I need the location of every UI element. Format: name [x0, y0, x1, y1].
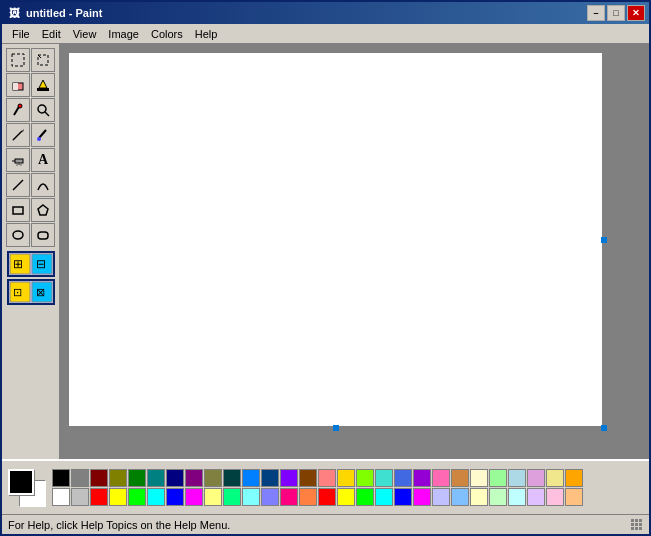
airbrush-icon	[11, 153, 25, 167]
palette-color-15[interactable]	[337, 469, 355, 487]
palette-color-12[interactable]	[280, 469, 298, 487]
palette-color-27[interactable]	[565, 469, 583, 487]
palette-color-11[interactable]	[261, 469, 279, 487]
palette-color-28[interactable]	[52, 488, 70, 506]
tool-rect[interactable]	[6, 198, 30, 222]
tool-special-2[interactable]: ⊡ ⊠	[7, 279, 55, 305]
tool-ellipse[interactable]	[6, 223, 30, 247]
palette-color-14[interactable]	[318, 469, 336, 487]
palette-color-30[interactable]	[90, 488, 108, 506]
tool-brush[interactable]	[31, 123, 55, 147]
palette-color-31[interactable]	[109, 488, 127, 506]
palette-color-42[interactable]	[318, 488, 336, 506]
palette-color-38[interactable]	[242, 488, 260, 506]
palette-color-8[interactable]	[204, 469, 222, 487]
drawing-canvas[interactable]	[68, 52, 603, 427]
tool-airbrush[interactable]	[6, 148, 30, 172]
menu-image[interactable]: Image	[102, 26, 145, 42]
palette-color-45[interactable]	[375, 488, 393, 506]
menu-view[interactable]: View	[67, 26, 103, 42]
canvas-area[interactable]	[60, 44, 649, 459]
tool-pencil[interactable]	[6, 123, 30, 147]
palette-color-48[interactable]	[432, 488, 450, 506]
palette-color-29[interactable]	[71, 488, 89, 506]
palette-color-44[interactable]	[356, 488, 374, 506]
palette-color-39[interactable]	[261, 488, 279, 506]
grip-dot	[635, 523, 638, 526]
tool-special-1[interactable]: ⊞ ⊟	[7, 251, 55, 277]
palette-color-3[interactable]	[109, 469, 127, 487]
palette-color-1[interactable]	[71, 469, 89, 487]
palette-color-40[interactable]	[280, 488, 298, 506]
tool-fill[interactable]	[31, 73, 55, 97]
main-area: A	[2, 44, 649, 459]
palette-color-55[interactable]	[565, 488, 583, 506]
palette-color-47[interactable]	[413, 488, 431, 506]
tool-magnifier[interactable]	[31, 98, 55, 122]
tool-rounded-rect[interactable]	[31, 223, 55, 247]
magnifier-icon	[36, 103, 50, 117]
tool-eraser[interactable]	[6, 73, 30, 97]
tool-line[interactable]	[6, 173, 30, 197]
palette-color-35[interactable]	[185, 488, 203, 506]
svg-rect-24	[38, 232, 48, 239]
palette-color-41[interactable]	[299, 488, 317, 506]
palette-color-17[interactable]	[375, 469, 393, 487]
palette-color-2[interactable]	[90, 469, 108, 487]
tool-select-rect[interactable]	[6, 48, 30, 72]
palette-color-4[interactable]	[128, 469, 146, 487]
palette-color-52[interactable]	[508, 488, 526, 506]
palette-color-5[interactable]	[147, 469, 165, 487]
resize-handle-bottom[interactable]	[333, 425, 339, 431]
palette-color-36[interactable]	[204, 488, 222, 506]
palette-color-6[interactable]	[166, 469, 184, 487]
palette-color-51[interactable]	[489, 488, 507, 506]
palette-color-20[interactable]	[432, 469, 450, 487]
palette-color-53[interactable]	[527, 488, 545, 506]
palette-color-23[interactable]	[489, 469, 507, 487]
palette-color-13[interactable]	[299, 469, 317, 487]
main-window: 🖼 untitled - Paint – □ ✕ File Edit View …	[0, 0, 651, 536]
palette-color-54[interactable]	[546, 488, 564, 506]
tool-curve[interactable]	[31, 173, 55, 197]
palette-color-9[interactable]	[223, 469, 241, 487]
palette-color-46[interactable]	[394, 488, 412, 506]
menu-help[interactable]: Help	[189, 26, 224, 42]
resize-handle-right[interactable]	[601, 237, 607, 243]
palette-color-0[interactable]	[52, 469, 70, 487]
palette-color-22[interactable]	[470, 469, 488, 487]
palette-color-37[interactable]	[223, 488, 241, 506]
palette-color-33[interactable]	[147, 488, 165, 506]
palette-color-7[interactable]	[185, 469, 203, 487]
svg-line-9	[45, 112, 49, 116]
resize-handle-corner[interactable]	[601, 425, 607, 431]
palette-color-18[interactable]	[394, 469, 412, 487]
grip-dot	[631, 519, 634, 522]
maximize-button[interactable]: □	[607, 5, 625, 21]
palette-color-25[interactable]	[527, 469, 545, 487]
menu-edit[interactable]: Edit	[36, 26, 67, 42]
grip-dot	[639, 527, 642, 530]
palette-color-16[interactable]	[356, 469, 374, 487]
rounded-rect-icon	[36, 228, 50, 242]
palette-color-24[interactable]	[508, 469, 526, 487]
palette-color-34[interactable]	[166, 488, 184, 506]
tool-eyedropper[interactable]	[6, 98, 30, 122]
minimize-button[interactable]: –	[587, 5, 605, 21]
menu-file[interactable]: File	[6, 26, 36, 42]
tool-text[interactable]: A	[31, 148, 55, 172]
palette-color-32[interactable]	[128, 488, 146, 506]
palette-color-49[interactable]	[451, 488, 469, 506]
palette-color-21[interactable]	[451, 469, 469, 487]
close-button[interactable]: ✕	[627, 5, 645, 21]
resize-grip[interactable]	[631, 519, 643, 531]
tool-polygon[interactable]	[31, 198, 55, 222]
menu-colors[interactable]: Colors	[145, 26, 189, 42]
palette-color-26[interactable]	[546, 469, 564, 487]
palette-color-10[interactable]	[242, 469, 260, 487]
palette-color-50[interactable]	[470, 488, 488, 506]
tool-select-free[interactable]	[31, 48, 55, 72]
palette-color-19[interactable]	[413, 469, 431, 487]
palette-color-43[interactable]	[337, 488, 355, 506]
foreground-color[interactable]	[8, 469, 34, 495]
